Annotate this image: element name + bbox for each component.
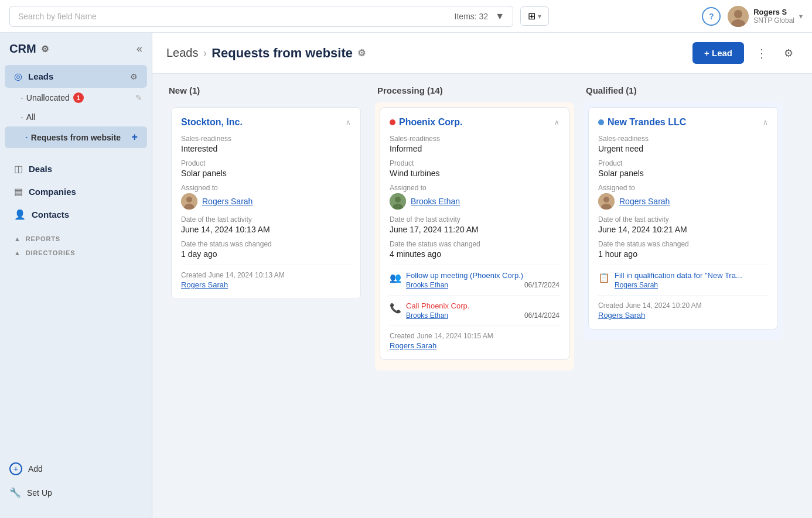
group-icon: 👥	[390, 272, 401, 283]
newtrandes-divider	[598, 295, 768, 296]
stockton-collapse-icon[interactable]: ∧	[346, 118, 351, 126]
stockton-assigned-area: Rogers Sarah	[181, 193, 351, 210]
phoenix-assigned-avatar	[390, 193, 406, 210]
dot-icon: •	[26, 135, 28, 140]
newtrandes-sr-value: Urgent need	[598, 144, 768, 153]
call-person[interactable]: Brooks Ethan	[406, 311, 448, 320]
sidebar-item-all[interactable]: • All	[0, 108, 152, 126]
phoenix-created-info: Created June 14, 2024 10:15 AM	[390, 332, 559, 340]
leads-gear-icon[interactable]: ⚙	[130, 72, 138, 81]
stockton-created-by[interactable]: Rogers Sarah	[181, 280, 351, 289]
add-lead-button[interactable]: + Lead	[692, 42, 744, 64]
stockton-sr-label: Sales-readiness	[181, 135, 351, 143]
view-toggle[interactable]: ⊞ ▾	[520, 6, 549, 26]
sidebar-add-button[interactable]: + Add	[0, 457, 152, 481]
newtrandes-created-by[interactable]: Rogers Sarah	[598, 311, 768, 320]
call-title[interactable]: Call Phoenix Corp.	[406, 301, 559, 310]
logo-gear-icon[interactable]: ⚙	[41, 44, 49, 54]
phoenix-activity-call: 📞 Call Phoenix Corp. Brooks Ethan 06/14/…	[390, 295, 559, 320]
breadcrumb-current: Requests from website ⚙	[211, 46, 366, 61]
sidebar-collapse-button[interactable]: «	[137, 43, 142, 55]
sidebar-setup-button[interactable]: 🔧 Set Up	[0, 481, 152, 504]
newtrandes-assigned-name[interactable]: Rogers Sarah	[619, 197, 670, 206]
directories-collapse-icon[interactable]: ▲	[14, 249, 21, 256]
filter-icon[interactable]: ▼	[495, 11, 504, 22]
newtrandes-title[interactable]: New Trandes LLC	[598, 117, 686, 128]
sidebar-item-leads[interactable]: ◎ Leads ⚙	[5, 65, 147, 88]
app-logo: CRM ⚙	[9, 42, 49, 56]
svg-point-7	[395, 197, 401, 203]
sidebar-header: CRM ⚙ «	[0, 42, 152, 65]
edit-icon[interactable]: ✎	[135, 93, 142, 102]
newtrandes-la-value: June 14, 2024 10:21 AM	[598, 225, 768, 234]
newtrandes-collapse-icon[interactable]: ∧	[763, 118, 768, 126]
stockton-title-text: Stockton, Inc.	[181, 117, 243, 128]
stockton-title[interactable]: Stockton, Inc.	[181, 117, 243, 128]
breadcrumb-leads[interactable]: Leads	[166, 46, 199, 60]
phoenix-sales-readiness: Sales-readiness Informed	[390, 135, 559, 153]
leads-label: Leads	[28, 71, 53, 81]
phone-icon: 📞	[390, 303, 401, 314]
followup-title[interactable]: Follow up meeting (Phoenix Corp.)	[406, 271, 559, 280]
phoenix-divider	[390, 325, 559, 326]
stockton-last-activity: Date of the last activity June 14, 2024 …	[181, 215, 351, 234]
call-content: Call Phoenix Corp. Brooks Ethan 06/14/20…	[406, 301, 559, 320]
new-column-body: Stockton, Inc. ∧ Sales-readiness Interes…	[166, 102, 366, 310]
search-placeholder: Search by field Name	[18, 12, 97, 21]
stockton-assigned-name[interactable]: Rogers Sarah	[202, 197, 253, 206]
followup-meta: Brooks Ethan 06/17/2024	[406, 281, 559, 289]
user-avatar-area[interactable]: Rogers S SNTP Global ▾	[728, 6, 803, 27]
phoenix-created-by[interactable]: Rogers Sarah	[390, 341, 559, 350]
newtrandes-assigned-avatar	[598, 193, 615, 210]
kanban-board: New (1) Stockton, Inc. ∧ Sales-readiness	[152, 74, 812, 518]
stockton-sc-label: Date the status was changed	[181, 240, 351, 248]
stockton-assigned: Assigned to Rogers Sarah	[181, 184, 351, 210]
stockton-product-value: Solar panels	[181, 169, 351, 178]
more-options-button[interactable]: ⋮	[751, 44, 772, 63]
processing-column-header: Processing (14)	[375, 85, 574, 95]
sidebar-item-requests[interactable]: • Requests from website +	[5, 126, 147, 148]
phoenix-last-activity: Date of the last activity June 17, 2024 …	[390, 215, 559, 234]
sidebar-item-companies[interactable]: ▤ Companies	[5, 180, 147, 203]
stockton-created-label: Created	[181, 271, 206, 279]
phoenix-status-changed: Date the status was changed 4 minutes ag…	[390, 240, 559, 259]
phoenix-title-text: Phoenix Corp.	[399, 117, 462, 128]
sidebar-item-unallocated[interactable]: • Unallocated 1 ✎	[0, 88, 152, 108]
unallocated-label: • Unallocated 1	[21, 92, 84, 103]
card-newtrandes: New Trandes LLC ∧ Sales-readiness Urgent…	[588, 107, 778, 330]
phoenix-product: Product Wind turbines	[390, 159, 559, 178]
topbar-right: ? Rogers S SNTP Global ▾	[702, 6, 803, 27]
contacts-label: Contacts	[32, 210, 69, 219]
kanban-column-processing: Processing (14) Phoenix Corp. ∧ Sales	[375, 85, 574, 371]
call-meta: Brooks Ethan 06/14/2024	[406, 311, 559, 320]
newtrandes-activity-fill: 📋 Fill in qualification data for "New Tr…	[598, 265, 768, 289]
page-settings-icon[interactable]: ⚙	[357, 47, 366, 59]
fill-title[interactable]: Fill in qualification data for "New Tra.…	[615, 271, 768, 280]
phoenix-title[interactable]: Phoenix Corp.	[390, 117, 462, 128]
clipboard-icon: 📋	[598, 272, 610, 283]
stockton-sr-value: Interested	[181, 144, 351, 153]
add-circle-icon: +	[9, 462, 22, 475]
dot-icon: •	[21, 95, 23, 101]
stockton-divider	[181, 265, 351, 265]
followup-person[interactable]: Brooks Ethan	[406, 281, 448, 289]
fill-person[interactable]: Rogers Sarah	[615, 281, 658, 289]
newtrandes-assigned-area: Rogers Sarah	[598, 193, 768, 210]
reports-section-label: ▲ REPORTS	[0, 231, 152, 245]
logo-text: CRM	[9, 42, 36, 56]
help-button[interactable]: ?	[702, 7, 721, 26]
newtrandes-last-activity: Date of the last activity June 14, 2024 …	[598, 215, 768, 234]
phoenix-assigned-name[interactable]: Brooks Ethan	[411, 197, 460, 206]
stockton-product: Product Solar panels	[181, 159, 351, 178]
sidebar-item-deals[interactable]: ◫ Deals	[5, 157, 147, 180]
stockton-sc-value: 1 day ago	[181, 249, 351, 259]
search-bar[interactable]: Search by field Name Items: 32 ▼	[9, 6, 513, 27]
header-settings-button[interactable]: ⚙	[779, 44, 798, 62]
reports-collapse-icon[interactable]: ▲	[14, 235, 21, 242]
stockton-sales-readiness: Sales-readiness Interested	[181, 135, 351, 153]
sidebar-bottom: + Add 🔧 Set Up	[0, 452, 152, 509]
sidebar-item-contacts[interactable]: 👤 Contacts	[5, 203, 147, 226]
add-requests-icon[interactable]: +	[131, 131, 138, 143]
svg-point-10	[603, 197, 609, 203]
phoenix-collapse-icon[interactable]: ∧	[554, 118, 559, 126]
